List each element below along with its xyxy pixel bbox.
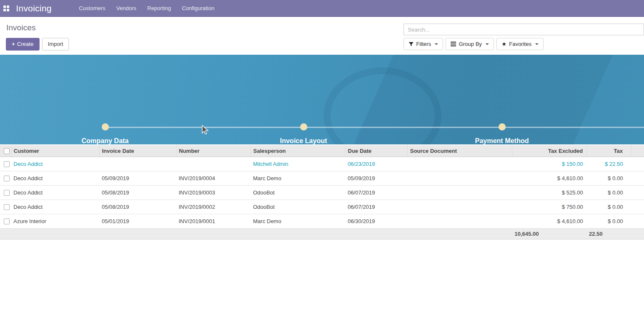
cell-salesperson: OdooBot bbox=[251, 186, 345, 200]
chevron-down-icon bbox=[535, 43, 538, 45]
cell-source-document bbox=[407, 171, 512, 186]
group-by-icon bbox=[451, 42, 456, 46]
step-title: Payment Method bbox=[439, 137, 565, 144]
cell-tax-excluded: $ 525.00 bbox=[512, 186, 586, 200]
cell-tax: $ 0.00 bbox=[586, 214, 631, 229]
column-header-invoice-date[interactable]: Invoice Date bbox=[99, 145, 176, 157]
nav-item-configuration[interactable]: Configuration bbox=[177, 0, 220, 17]
cell-invoice-date bbox=[99, 157, 176, 171]
funnel-icon bbox=[409, 42, 414, 47]
cell-salesperson: OdooBot bbox=[251, 200, 345, 214]
cell-due-date: 06/30/2019 bbox=[345, 214, 407, 229]
cell-number bbox=[176, 157, 251, 171]
apps-grid-icon[interactable] bbox=[3, 5, 9, 11]
cell-number: INV/2019/0001 bbox=[176, 214, 251, 229]
cell-source-document bbox=[407, 186, 512, 200]
page-title: Invoices bbox=[6, 23, 36, 32]
table-row[interactable]: Deco Addict 05/08/2019 INV/2019/0002 Odo… bbox=[0, 200, 644, 214]
cell-tax-excluded: $ 4,610.00 bbox=[512, 171, 586, 186]
step-dot-icon bbox=[499, 123, 506, 131]
plus-icon: + bbox=[12, 41, 15, 47]
search-filter-buttons: Filters Group By ★ Favorites bbox=[404, 38, 546, 50]
cell-tax: $ 0.00 bbox=[586, 186, 631, 200]
cell-due-date: 06/07/2019 bbox=[345, 186, 407, 200]
row-checkbox[interactable] bbox=[4, 190, 10, 196]
cell-invoice-date: 05/09/2019 bbox=[99, 171, 176, 186]
cell-source-document bbox=[407, 200, 512, 214]
table-row[interactable]: Azure Interior 05/01/2019 INV/2019/0001 … bbox=[0, 214, 644, 229]
step-title: Company Data bbox=[42, 137, 168, 144]
group-by-button[interactable]: Group By bbox=[446, 38, 494, 50]
totals-row: 10,645.00 22.50 bbox=[0, 229, 644, 240]
step-dot-icon bbox=[102, 123, 109, 131]
cell-customer: Deco Addict bbox=[11, 200, 99, 214]
onboarding-step-company-data: Company Data Set your company's data for… bbox=[42, 123, 168, 144]
control-panel: Invoices +Create Import Filters Group By… bbox=[0, 17, 644, 55]
filters-button[interactable]: Filters bbox=[404, 38, 443, 50]
table-header-row: Customer Invoice Date Number Salesperson… bbox=[0, 145, 644, 157]
cell-salesperson: Marc Demo bbox=[251, 171, 345, 186]
cell-source-document bbox=[407, 157, 512, 171]
cell-number: INV/2019/0003 bbox=[176, 186, 251, 200]
column-header-tax-excluded[interactable]: Tax Excluded bbox=[512, 145, 586, 157]
cell-customer: Deco Addict bbox=[11, 186, 99, 200]
step-dot-icon bbox=[300, 123, 307, 131]
create-button[interactable]: +Create bbox=[6, 38, 40, 51]
invoice-list: Customer Invoice Date Number Salesperson… bbox=[0, 145, 644, 240]
chevron-down-icon bbox=[486, 43, 489, 45]
cell-customer: Deco Addict bbox=[11, 171, 99, 186]
column-header-customer[interactable]: Customer bbox=[11, 145, 99, 157]
step-title: Invoice Layout bbox=[240, 137, 367, 144]
column-header-source-document[interactable]: Source Document bbox=[407, 145, 512, 157]
cell-salesperson: Mitchell Admin bbox=[251, 157, 345, 171]
nav-item-vendors[interactable]: Vendors bbox=[111, 0, 142, 17]
nav-item-customers[interactable]: Customers bbox=[74, 0, 111, 17]
star-icon: ★ bbox=[501, 41, 507, 47]
onboarding-banner: Company Data Set your company's data for… bbox=[0, 55, 644, 144]
select-all-checkbox[interactable] bbox=[4, 148, 10, 154]
cell-due-date: 06/07/2019 bbox=[345, 200, 407, 214]
table-row[interactable]: Deco Addict Mitchell Admin 06/23/2019 $ … bbox=[0, 157, 644, 171]
cell-tax-excluded: $ 4,610.00 bbox=[512, 214, 586, 229]
select-all-header[interactable] bbox=[0, 145, 11, 157]
cell-tax-excluded: $ 750.00 bbox=[512, 200, 586, 214]
top-navbar: Invoicing Customers Vendors Reporting Co… bbox=[0, 0, 644, 17]
mouse-cursor bbox=[201, 125, 209, 135]
chevron-down-icon bbox=[435, 43, 438, 45]
column-header-tax[interactable]: Tax bbox=[586, 145, 631, 157]
cell-salesperson: Marc Demo bbox=[251, 214, 345, 229]
cell-number: INV/2019/0004 bbox=[176, 171, 251, 186]
column-header-spacer bbox=[631, 145, 644, 157]
table-row[interactable]: Deco Addict 05/08/2019 INV/2019/0003 Odo… bbox=[0, 186, 644, 200]
action-buttons: +Create Import bbox=[6, 38, 69, 51]
total-tax: 22.50 bbox=[586, 229, 631, 240]
column-header-number[interactable]: Number bbox=[176, 145, 251, 157]
cell-invoice-date: 05/08/2019 bbox=[99, 200, 176, 214]
cell-tax: $ 0.00 bbox=[586, 171, 631, 186]
cell-invoice-date: 05/01/2019 bbox=[99, 214, 176, 229]
column-header-salesperson[interactable]: Salesperson bbox=[251, 145, 345, 157]
row-checkbox[interactable] bbox=[4, 176, 10, 181]
row-checkbox[interactable] bbox=[4, 218, 10, 224]
cell-due-date: 06/23/2019 bbox=[345, 157, 407, 171]
search-input[interactable] bbox=[404, 24, 644, 35]
import-button[interactable]: Import bbox=[42, 38, 69, 51]
nav-item-reporting[interactable]: Reporting bbox=[142, 0, 176, 17]
favorites-button[interactable]: ★ Favorites bbox=[496, 38, 544, 50]
onboarding-step-payment-method: Payment Method Configure your payment me… bbox=[439, 123, 565, 144]
cell-tax: $ 0.00 bbox=[586, 200, 631, 214]
cell-source-document bbox=[407, 214, 512, 229]
cell-customer: Azure Interior bbox=[11, 214, 99, 229]
column-header-due-date[interactable]: Due Date bbox=[345, 145, 407, 157]
row-checkbox[interactable] bbox=[4, 204, 10, 210]
cell-due-date: 05/09/2019 bbox=[345, 171, 407, 186]
total-tax-excluded: 10,645.00 bbox=[512, 229, 586, 240]
app-title: Invoicing bbox=[16, 3, 52, 13]
cell-number: INV/2019/0002 bbox=[176, 200, 251, 214]
cell-tax-excluded: $ 150.00 bbox=[512, 157, 586, 171]
cell-tax: $ 22.50 bbox=[586, 157, 631, 171]
onboarding-step-invoice-layout: Invoice Layout Customize the look of you… bbox=[240, 123, 367, 144]
cell-invoice-date: 05/08/2019 bbox=[99, 186, 176, 200]
table-row[interactable]: Deco Addict 05/09/2019 INV/2019/0004 Mar… bbox=[0, 171, 644, 186]
row-checkbox[interactable] bbox=[4, 161, 10, 167]
